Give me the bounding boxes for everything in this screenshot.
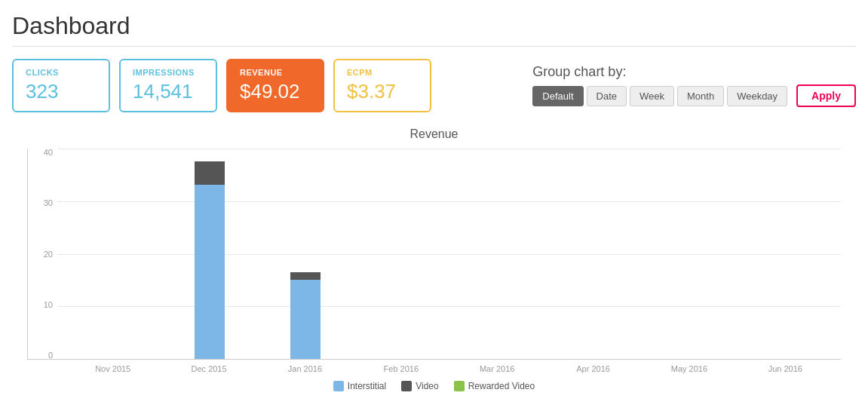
x-label: May 2016 (641, 364, 737, 373)
bars-wrapper (58, 149, 841, 359)
page-title: Dashboard (12, 12, 856, 40)
legend-video-label: Video (416, 381, 438, 391)
legend-video-dot (401, 381, 412, 391)
x-labels: Nov 2015Dec 2015Jan 2016Feb 2016Mar 2016… (57, 360, 841, 373)
bar-group (290, 272, 321, 360)
revenue-value: $49.02 (240, 80, 311, 103)
apply-button[interactable]: Apply (796, 84, 856, 107)
x-label: Jun 2016 (738, 364, 833, 373)
group-btn-default[interactable]: Default (532, 86, 583, 106)
group-buttons-container: Default Date Week Month Weekday Apply (532, 84, 856, 107)
clicks-label: CLICKS (26, 68, 97, 77)
x-label: Dec 2015 (161, 364, 256, 373)
group-chart-label: Group chart by: (532, 64, 626, 80)
bar-interstitial (195, 185, 225, 359)
chart-area (27, 149, 841, 360)
x-label: Mar 2016 (449, 364, 545, 373)
bar-video (290, 272, 321, 281)
top-section: CLICKS 323 IMPRESSIONS 14,541 REVENUE $4… (12, 59, 856, 112)
chart-legend: Interstitial Video Rewarded Video (27, 381, 841, 391)
stat-card-revenue: REVENUE $49.02 (226, 59, 324, 112)
revenue-label: REVENUE (240, 68, 311, 77)
bar-video (195, 161, 225, 186)
title-divider (12, 46, 856, 47)
group-chart-section: Group chart by: Default Date Week Month … (532, 64, 856, 107)
x-label: Jan 2016 (257, 364, 353, 373)
group-btn-weekday[interactable]: Weekday (727, 86, 787, 106)
ecpm-label: ECPM (347, 68, 418, 77)
legend-rewarded-label: Rewarded Video (468, 381, 535, 391)
legend-rewarded-dot (454, 381, 465, 391)
group-btn-week[interactable]: Week (630, 86, 674, 106)
x-label: Apr 2016 (545, 364, 641, 373)
impressions-value: 14,541 (133, 80, 204, 103)
legend-interstitial-dot (333, 381, 344, 391)
x-label: Feb 2016 (353, 364, 449, 373)
legend-interstitial: Interstitial (333, 381, 386, 391)
bar-stack (290, 272, 321, 360)
chart-container: Revenue 0 10 20 30 40 Nov 2015Dec 2015Ja… (12, 127, 856, 391)
bar-group (195, 161, 225, 360)
group-btn-month[interactable]: Month (677, 86, 724, 106)
chart-body: 0 10 20 30 40 (27, 149, 841, 360)
ecpm-value: $3.37 (347, 80, 418, 103)
stat-card-ecpm: ECPM $3.37 (333, 59, 431, 112)
x-label: Nov 2015 (65, 364, 161, 373)
stat-card-clicks: CLICKS 323 (12, 59, 110, 112)
legend-video: Video (401, 381, 438, 391)
impressions-label: IMPRESSIONS (133, 68, 204, 77)
legend-interstitial-label: Interstitial (348, 381, 386, 391)
chart-title: Revenue (27, 127, 841, 141)
bar-interstitial (290, 280, 321, 359)
bar-stack (195, 161, 225, 360)
group-btn-date[interactable]: Date (587, 86, 627, 106)
legend-rewarded: Rewarded Video (454, 381, 535, 391)
stat-card-impressions: IMPRESSIONS 14,541 (119, 59, 217, 112)
clicks-value: 323 (26, 80, 97, 103)
